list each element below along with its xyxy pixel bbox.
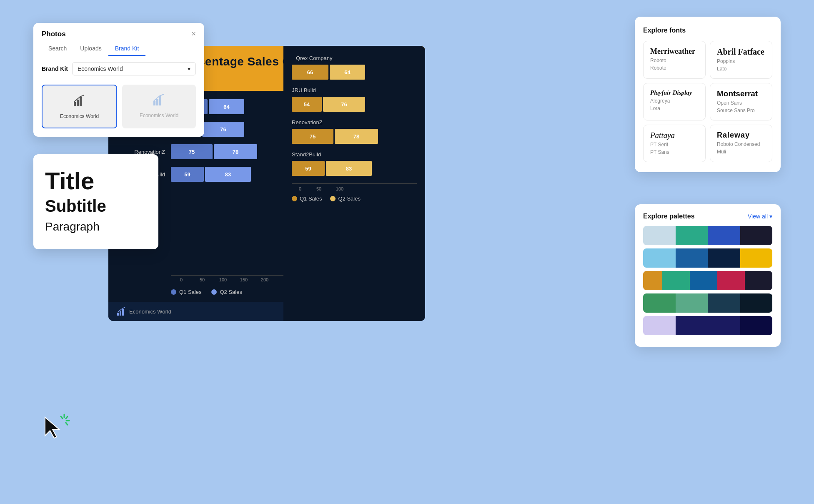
legend-q1-dot [171,289,176,295]
brand-item-dark-icon [73,94,86,110]
swatch [740,248,773,268]
font-sub1-montserrat: Open Sans [717,99,765,107]
legend-q1: Q1 Sales [171,289,201,295]
typo-title: Title [45,168,147,194]
font-name-raleway: Raleway [717,131,765,140]
close-button[interactable]: × [191,30,196,38]
palette-row-4[interactable] [643,293,772,313]
photos-panel: Photos × Search Uploads Brand Kit Brand … [33,23,204,137]
sparkles-icon [56,412,73,431]
typo-subtitle: Subtitle [45,196,147,216]
swatch [676,226,708,245]
photos-tabs: Search Uploads Brand Kit [33,38,204,56]
font-name-abril: Abril Fatface [717,47,765,57]
bar-jru-q2: 76 [202,122,244,137]
swatch [740,293,773,313]
swatch [708,316,740,335]
swatch [690,271,717,290]
palette-row-5[interactable] [643,316,772,335]
font-card-merriweather[interactable]: Merriweather Roboto Roboto [643,41,706,79]
brand-kit-dropdown[interactable]: Economics World ▾ [72,62,196,75]
swatch [676,316,708,335]
font-card-playfair[interactable]: Playfair Display Alegreya Lora [643,83,706,120]
font-sub2-montserrat: Source Sans Pro [717,107,765,114]
font-sub2-playfair: Lora [650,105,699,112]
swatch [708,293,740,313]
svg-rect-0 [117,313,119,316]
font-name-pattaya: Pattaya [650,131,699,140]
bar-qrex-q2: 64 [209,99,244,114]
renovation-label-right: RenovationZ [292,119,417,125]
swatch [740,226,773,245]
view-all-button[interactable]: View all ▾ [748,213,772,220]
svg-rect-4 [77,100,79,106]
palettes-header: Explore palettes View all ▾ [643,213,772,220]
font-name-merriweather: Merriweather [650,47,699,56]
font-card-abril[interactable]: Abril Fatface Poppins Lato [710,41,772,79]
font-sub2-pattaya: PT Sans [650,148,699,156]
swatch [643,226,676,245]
chart-right-panel: Qrex Company 66 64 JRU Build 54 76 Renov… [283,46,425,321]
svg-rect-8 [159,96,161,105]
legend-q2-dot [211,289,217,295]
font-card-raleway[interactable]: Raleway Roboto Condensed Muli [710,125,772,162]
legend-q2: Q2 Sales [211,289,242,295]
font-sub1-raleway: Roboto Condensed [717,140,765,148]
right-bar-qrex: 66 64 [292,65,417,80]
bar-renovation-q2: 78 [214,144,257,159]
jru-label-right: JRU Build [292,87,417,93]
brand-kit-label: Brand Kit [42,65,68,72]
cursor-area [42,416,63,441]
bar-stand2build-q2: 83 [205,167,251,182]
swatch [662,271,690,290]
font-grid: Merriweather Roboto Roboto Abril Fatface… [643,41,772,162]
svg-line-14 [66,423,68,425]
tab-search[interactable]: Search [42,42,73,56]
svg-rect-3 [74,102,76,106]
brand-item-dark[interactable]: Economics World [42,85,117,128]
brand-kit-row: Brand Kit Economics World ▾ [33,56,204,81]
svg-rect-7 [156,99,158,105]
palettes-panel-title: Explore palettes [643,213,695,220]
tab-uploads[interactable]: Uploads [73,42,108,56]
swatch [708,226,740,245]
typography-card: Title Subtitle Paragraph [33,154,158,249]
swatch [643,271,662,290]
right-legend-q1: Q1 Sales [292,196,322,202]
swatch [717,271,745,290]
footer-logo-icon [117,307,126,316]
svg-rect-6 [153,101,155,105]
fonts-panel-title: Explore fonts [643,27,772,34]
fonts-panel: Explore fonts Merriweather Roboto Roboto… [635,17,781,172]
qrex-label: Qrex Company [292,55,417,61]
photos-title: Photos [42,30,66,38]
swatch [708,248,740,268]
photos-header: Photos × [33,23,204,38]
brand-item-light[interactable]: Economics World [122,85,196,128]
svg-line-11 [66,416,68,419]
font-sub2-abril: Lato [717,65,765,73]
palette-row-1[interactable] [643,226,772,245]
font-name-montserrat: Montserrat [717,89,765,98]
chevron-down-icon: ▾ [188,65,190,72]
palette-row-3[interactable] [643,271,772,290]
svg-line-12 [61,416,63,419]
palettes-panel: Explore palettes View all ▾ [635,204,781,347]
right-legend-q2: Q2 Sales [330,196,360,202]
font-sub1-pattaya: PT Serif [650,141,699,148]
tab-brandkit[interactable]: Brand Kit [108,42,146,56]
palette-row-2[interactable] [643,248,772,268]
font-card-pattaya[interactable]: Pattaya PT Serif PT Sans [643,125,706,162]
font-card-montserrat[interactable]: Montserrat Open Sans Source Sans Pro [710,83,772,120]
swatch [676,248,708,268]
bar-stand2build-q1: 59 [171,167,204,182]
bar-renovation-q1: 75 [171,144,213,159]
chevron-down-icon: ▾ [769,213,772,220]
brand-item-light-label: Economics World [140,113,178,118]
font-sub1-abril: Poppins [717,58,765,65]
font-sub2-merriweather: Roboto [650,64,699,72]
svg-rect-2 [122,309,124,316]
brand-item-light-icon [153,93,166,109]
svg-rect-5 [80,97,82,106]
font-sub2-raleway: Muli [717,148,765,155]
